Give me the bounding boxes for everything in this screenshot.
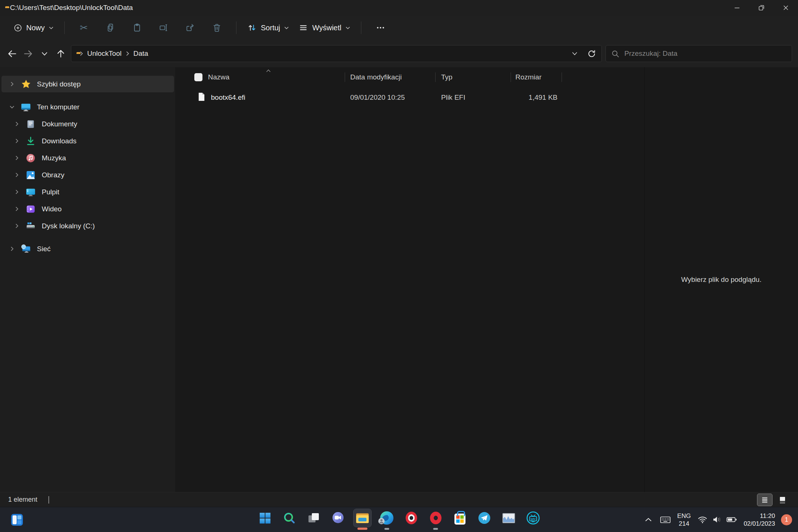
sidebar-item-downloads[interactable]: Downloads — [1, 133, 174, 149]
up-button[interactable] — [52, 45, 69, 62]
breadcrumb-segment[interactable]: Data — [130, 48, 151, 59]
recent-locations-button[interactable] — [36, 45, 52, 62]
sidebar-item-pictures[interactable]: Obrazy — [1, 167, 174, 183]
refresh-button[interactable] — [584, 47, 599, 61]
column-header-label: Nazwa — [208, 73, 229, 81]
sidebar-item-documents[interactable]: Dokumenty — [1, 116, 174, 132]
task-view-icon — [307, 512, 320, 524]
breadcrumb-segment[interactable]: UnlockTool — [84, 48, 125, 59]
sidebar-item-local-disk-c[interactable]: Dysk lokalny (C:) — [1, 218, 174, 234]
system-icons-button[interactable] — [694, 511, 741, 528]
file-size-cell: 1,491 KB — [511, 93, 562, 102]
delete-icon — [212, 23, 222, 33]
navigation-bar: UnlockTool Data — [0, 40, 798, 67]
taskbar: iptv ENG 214 11:20 02/01/2023 1 — [0, 507, 798, 532]
large-icons-view-button[interactable] — [775, 494, 790, 506]
chat-button[interactable] — [329, 509, 347, 527]
opera-red-button[interactable] — [427, 509, 444, 527]
view-button[interactable]: Wyświetl — [294, 20, 355, 36]
rename-button[interactable] — [155, 20, 173, 36]
items-count: 1 element — [8, 496, 37, 504]
plus-circle-icon — [14, 24, 22, 32]
widgets-button[interactable] — [8, 511, 26, 529]
file-modified-cell: 09/01/2020 10:25 — [345, 93, 435, 102]
language-indicator[interactable]: ENG 214 — [674, 511, 694, 528]
more-button[interactable] — [372, 20, 389, 36]
task-view-button[interactable] — [305, 509, 323, 527]
column-header-name[interactable]: Nazwa — [191, 73, 345, 81]
chevron-right-icon[interactable] — [6, 81, 18, 87]
chevron-right-icon[interactable] — [11, 172, 23, 178]
restore-button[interactable] — [749, 0, 774, 16]
tray-overflow-button[interactable] — [640, 511, 657, 528]
iptv-button[interactable]: iptv — [524, 509, 542, 527]
microsoft-store-button[interactable] — [451, 509, 469, 527]
microsoft-store-icon — [454, 514, 466, 525]
file-name-cell: bootx64.efi — [191, 92, 345, 103]
large-icons-view-icon — [778, 496, 787, 504]
sidebar-item-quick-access[interactable]: Szybki dostęp — [1, 76, 174, 92]
taskbar-search-button[interactable] — [280, 509, 298, 527]
address-bar[interactable]: UnlockTool Data — [71, 45, 602, 62]
select-all-checkbox[interactable] — [194, 73, 202, 81]
window-controls — [725, 0, 798, 16]
chevron-right-icon[interactable] — [11, 189, 23, 195]
search-box[interactable] — [606, 45, 792, 62]
minimize-icon — [733, 4, 741, 12]
chevron-right-icon[interactable] — [11, 223, 23, 229]
sidebar-item-desktop[interactable]: Pulpit — [1, 184, 174, 200]
telegram-button[interactable] — [475, 509, 493, 527]
close-icon — [782, 4, 790, 12]
edge-button[interactable] — [378, 509, 396, 527]
column-header-size[interactable]: Rozmiar — [511, 73, 562, 81]
sort-ascending-caret-icon[interactable] — [266, 67, 271, 74]
paste-button[interactable] — [128, 20, 146, 36]
file-explorer-icon — [355, 512, 369, 524]
touch-keyboard-button[interactable] — [657, 511, 674, 528]
chevron-right-icon[interactable] — [6, 246, 18, 252]
chevron-right-icon[interactable] — [11, 138, 23, 144]
details-view-button[interactable] — [757, 494, 772, 506]
sidebar-item-network[interactable]: Sieć — [1, 241, 174, 257]
desktop-icon — [25, 187, 36, 197]
toolbar-separator — [361, 21, 361, 34]
close-button[interactable] — [774, 0, 798, 16]
clock[interactable]: 11:20 02/01/2023 — [741, 511, 778, 528]
search-input[interactable] — [624, 50, 787, 58]
column-divider[interactable] — [562, 72, 562, 82]
window-title: C:\Users\Test\Desktop\UnlockTool\Data — [10, 4, 133, 12]
minimize-button[interactable] — [725, 0, 749, 16]
chevron-down-icon[interactable] — [6, 105, 18, 109]
delete-button[interactable] — [208, 20, 226, 36]
back-icon — [7, 49, 17, 59]
new-button[interactable]: Nowy — [9, 20, 58, 35]
back-button[interactable] — [4, 45, 20, 62]
sidebar-item-videos[interactable]: Wideo — [1, 201, 174, 217]
sidebar-gap — [0, 235, 175, 240]
address-dropdown-button[interactable] — [567, 47, 582, 61]
file-explorer-button[interactable] — [354, 509, 371, 527]
share-button[interactable] — [181, 20, 199, 36]
file-list-pane: Nazwa Data modyfikacji Typ Rozmiar bootx… — [176, 67, 644, 492]
column-header-modified[interactable]: Data modyfikacji — [345, 73, 435, 81]
column-header-type[interactable]: Typ — [436, 73, 511, 81]
sort-button[interactable]: Sortuj — [242, 20, 294, 36]
sidebar-item-this-pc[interactable]: Ten komputer — [1, 99, 174, 115]
table-row[interactable]: bootx64.efi 09/01/2020 10:25 Plik EFI 1,… — [176, 88, 644, 107]
copy-button[interactable] — [102, 20, 119, 36]
notification-badge[interactable]: 1 — [781, 514, 792, 525]
chevron-right-icon[interactable] — [11, 121, 23, 127]
start-button[interactable] — [256, 509, 274, 527]
opera-button[interactable] — [402, 509, 420, 527]
chart-app-button[interactable] — [500, 509, 518, 527]
chevron-right-icon[interactable] — [11, 206, 23, 212]
cut-icon: ✂ — [80, 23, 88, 33]
status-bar: 1 element — [0, 492, 798, 507]
file-icon — [198, 92, 205, 103]
sidebar-item-label: Obrazy — [42, 171, 64, 179]
sidebar-item-music[interactable]: Muzyka — [1, 150, 174, 166]
forward-button[interactable] — [20, 45, 36, 62]
chevron-down-icon — [49, 26, 54, 30]
cut-button[interactable]: ✂ — [75, 20, 93, 36]
chevron-right-icon[interactable] — [11, 155, 23, 161]
